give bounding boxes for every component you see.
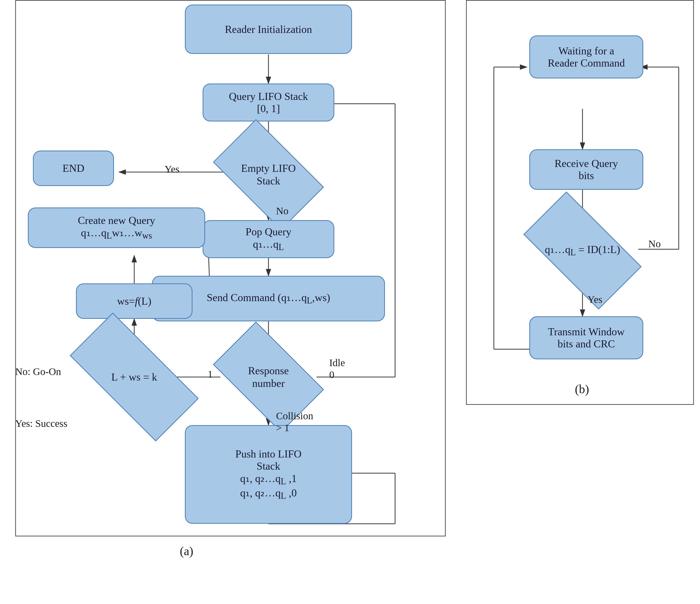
end-node: END <box>33 151 114 186</box>
l-plus-ws-text: L + ws = k <box>111 371 157 383</box>
end-label: END <box>62 162 84 174</box>
receive-query-label: Receive Querybits <box>555 157 618 182</box>
caption-b: (b) <box>575 382 589 396</box>
collision-label: Collision> 1 <box>276 410 313 434</box>
query-lifo-node: Query LIFO Stack[0, 1] <box>203 83 334 122</box>
ws-fl-label: ws=f(L) <box>117 295 151 307</box>
transmit-window-node: Transmit Windowbits and CRC <box>529 316 643 359</box>
pop-query-node: Pop Queryq₁…qL <box>203 220 334 258</box>
q-id-text: q₁…qL = ID(1:L) <box>545 243 620 258</box>
no-label-b: No <box>648 238 661 250</box>
pop-query-label: Pop Queryq₁…qL <box>246 226 292 252</box>
yes-label-b: Yes <box>588 293 602 306</box>
waiting-node: Waiting for aReader Command <box>529 35 643 78</box>
push-lifo-node: Push into LIFOStackq₁, q₂…qL ,1q₁, q₂…qL… <box>185 425 352 524</box>
yes-success-label: Yes: Success <box>15 418 67 429</box>
no-go-on-label: No: Go-On <box>15 366 61 377</box>
reader-init-label: Reader Initialization <box>225 23 312 35</box>
label-1: 1 <box>208 368 213 380</box>
query-lifo-label: Query LIFO Stack[0, 1] <box>229 90 308 115</box>
empty-lifo-diamond: Empty LIFOStack <box>220 144 317 205</box>
caption-a: (a) <box>180 544 193 558</box>
create-query-label: Create new Queryq₁…qLw₁…wws <box>78 214 155 241</box>
idle-0-label: Idle0 <box>329 357 345 380</box>
response-text: Responsenumber <box>248 364 289 390</box>
receive-query-node: Receive Querybits <box>529 149 643 190</box>
response-number-diamond: Responsenumber <box>220 347 317 408</box>
empty-lifo-text: Empty LIFOStack <box>241 162 296 187</box>
diagram-container: Reader Initialization Query LIFO Stack[0… <box>0 0 700 604</box>
transmit-window-label: Transmit Windowbits and CRC <box>548 326 625 350</box>
yes-label: Yes <box>165 163 179 175</box>
ws-fl-node: ws=f(L) <box>76 283 193 319</box>
push-lifo-label: Push into LIFOStackq₁, q₂…qL ,1q₁, q₂…qL… <box>235 448 301 501</box>
l-plus-ws-diamond: L + ws = k <box>73 347 195 408</box>
send-command-label: Send Command (q₁…qL,ws) <box>207 291 330 306</box>
reader-init-node: Reader Initialization <box>185 4 352 54</box>
no-label-empty-lifo: No <box>276 205 289 217</box>
waiting-label: Waiting for aReader Command <box>548 45 625 69</box>
q-equals-id-diamond: q₁…qL = ID(1:L) <box>529 220 636 281</box>
create-query-node: Create new Queryq₁…qLw₁…wws <box>28 208 205 248</box>
